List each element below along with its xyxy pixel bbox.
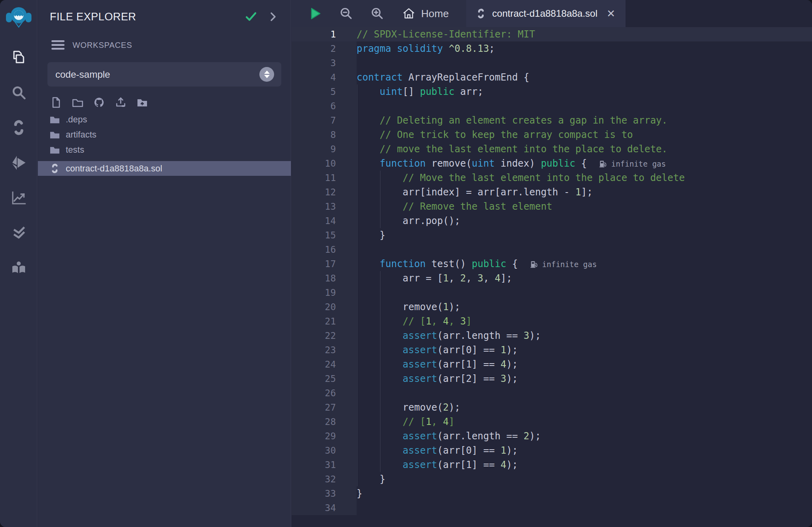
upload-file-button[interactable] <box>114 95 128 110</box>
code-text[interactable]: // Remove the last element <box>357 199 812 214</box>
github-button[interactable] <box>92 95 106 110</box>
run-script-button[interactable] <box>307 5 324 22</box>
code-text[interactable]: // [1, 4, 3] <box>357 314 812 328</box>
upload-folder-button[interactable] <box>135 95 149 110</box>
code-line[interactable]: 16 <box>292 242 812 257</box>
code-line[interactable]: 29 assert(arr.length == 2); <box>292 429 812 443</box>
code-line[interactable]: 19 <box>292 285 812 300</box>
code-text[interactable]: // Move the last element into the place … <box>357 171 812 185</box>
tab-contract-file[interactable]: contract-d1a8818a8a.sol ✕ <box>466 0 626 27</box>
code-text[interactable] <box>357 386 812 400</box>
code-text[interactable]: assert(arr[2] == 3); <box>357 372 812 386</box>
code-line[interactable]: 27 remove(2); <box>292 400 812 415</box>
code-line[interactable]: 12 arr[index] = arr[arr.length - 1]; <box>292 185 812 199</box>
new-file-button[interactable] <box>49 95 63 110</box>
code-text[interactable]: } <box>357 228 812 242</box>
workspace-select[interactable]: code-sample <box>47 62 281 87</box>
code-line[interactable]: 23 assert(arr[0] == 1); <box>292 343 812 357</box>
workspace-select-caret[interactable] <box>259 67 274 82</box>
accept-check-button[interactable] <box>243 9 259 25</box>
code-text[interactable]: assert(arr[1] == 4); <box>357 458 812 472</box>
code-line[interactable]: 31 assert(arr[1] == 4); <box>292 458 812 472</box>
code-line[interactable]: 26 <box>292 386 812 400</box>
code-text[interactable] <box>357 56 812 70</box>
code-text[interactable]: uint[] public arr; <box>357 85 812 99</box>
code-line[interactable]: 9 // move the last element into the plac… <box>292 142 812 156</box>
code-text[interactable]: assert(arr[0] == 1); <box>357 343 812 357</box>
code-text[interactable]: assert(arr[0] == 1); <box>357 443 812 458</box>
sidebar-item-static-analysis[interactable] <box>0 215 37 250</box>
code-text[interactable]: arr = [1, 2, 3, 4]; <box>357 271 812 285</box>
code-text[interactable]: remove(2); <box>357 400 812 415</box>
sidebar-item-solidity-compiler[interactable] <box>0 110 37 145</box>
code-line[interactable]: 25 assert(arr[2] == 3); <box>292 372 812 386</box>
code-line[interactable]: 6 <box>292 99 812 113</box>
code-line[interactable]: 8 // One trick to keep the array compact… <box>292 128 812 142</box>
workspaces-menu-button[interactable] <box>50 38 66 52</box>
gas-estimate-badge: infinite gas <box>530 257 597 271</box>
code-line[interactable]: 33} <box>292 486 812 501</box>
code-text[interactable]: assert(arr.length == 3); <box>357 328 812 343</box>
tab-close-button[interactable]: ✕ <box>606 8 616 20</box>
code-text[interactable] <box>357 242 812 257</box>
code-text[interactable] <box>357 99 812 113</box>
folder-row-deps[interactable]: .deps <box>38 112 291 127</box>
folder-row-artifacts[interactable]: artifacts <box>38 127 291 142</box>
code-text[interactable]: contract ArrayReplaceFromEnd { <box>357 70 812 85</box>
file-explorer-panel: FILE EXPLORER WORKSPACES code-sample <box>38 0 291 527</box>
code-text[interactable]: assert(arr.length == 2); <box>357 429 812 443</box>
code-line[interactable]: 13 // Remove the last element <box>292 199 812 214</box>
code-text[interactable]: assert(arr[1] == 4); <box>357 357 812 372</box>
zoom-out-button[interactable] <box>338 5 355 22</box>
zoom-in-button[interactable] <box>369 5 386 22</box>
code-line[interactable]: 30 assert(arr[0] == 1); <box>292 443 812 458</box>
code-text[interactable]: arr.pop(); <box>357 214 812 228</box>
code-line[interactable]: 21 // [1, 4, 3] <box>292 314 812 328</box>
code-line[interactable]: 7 // Deleting an element creates a gap i… <box>292 113 812 128</box>
code-text[interactable] <box>357 501 812 515</box>
sidebar-item-search[interactable] <box>0 75 37 110</box>
remix-ide-window: FILE EXPLORER WORKSPACES code-sample <box>0 0 812 527</box>
expand-panel-button[interactable] <box>266 10 280 24</box>
tab-home[interactable]: Home <box>400 7 466 20</box>
code-line[interactable]: 10 function remove(uint index) public {i… <box>292 156 812 171</box>
code-text[interactable]: function remove(uint index) public {infi… <box>357 156 812 171</box>
code-line[interactable]: 24 assert(arr[1] == 4); <box>292 357 812 372</box>
code-line[interactable]: 15 } <box>292 228 812 242</box>
new-folder-button[interactable] <box>71 95 85 110</box>
code-line[interactable]: 14 arr.pop(); <box>292 214 812 228</box>
code-line[interactable]: 11 // Move the last element into the pla… <box>292 171 812 185</box>
code-text[interactable]: arr[index] = arr[arr.length - 1]; <box>357 185 812 199</box>
sidebar-item-file-explorer[interactable] <box>0 40 37 75</box>
code-line[interactable]: 1// SPDX-License-Identifier: MIT <box>292 27 812 41</box>
code-line[interactable]: 3 <box>292 56 812 70</box>
sidebar-item-statistics[interactable] <box>0 180 37 215</box>
remix-logo[interactable] <box>6 4 32 30</box>
code-text[interactable]: // [1, 4] <box>357 415 812 429</box>
code-line[interactable]: 2pragma solidity ^0.8.13; <box>292 41 812 56</box>
code-text[interactable]: // SPDX-License-Identifier: MIT <box>357 27 812 41</box>
code-text[interactable]: // Deleting an element creates a gap in … <box>357 113 812 128</box>
code-line[interactable]: 20 remove(1); <box>292 300 812 314</box>
code-line[interactable]: 4contract ArrayReplaceFromEnd { <box>292 70 812 85</box>
code-text[interactable]: // One trick to keep the array compact i… <box>357 128 812 142</box>
code-editor[interactable]: 1// SPDX-License-Identifier: MIT2pragma … <box>292 27 812 527</box>
sidebar-item-learn[interactable] <box>0 250 37 285</box>
code-text[interactable]: function test() public {infinite gas <box>357 257 812 271</box>
code-text[interactable]: } <box>357 472 812 486</box>
code-text[interactable]: // move the last element into the place … <box>357 142 812 156</box>
code-line[interactable]: 17 function test() public {infinite gas <box>292 257 812 271</box>
code-text[interactable] <box>357 285 812 300</box>
code-line[interactable]: 18 arr = [1, 2, 3, 4]; <box>292 271 812 285</box>
code-line[interactable]: 32 } <box>292 472 812 486</box>
code-line[interactable]: 34 <box>292 501 812 515</box>
folder-row-tests[interactable]: tests <box>38 142 291 157</box>
code-line[interactable]: 28 // [1, 4] <box>292 415 812 429</box>
code-text[interactable]: pragma solidity ^0.8.13; <box>357 41 812 56</box>
code-line[interactable]: 5 uint[] public arr; <box>292 85 812 99</box>
code-text[interactable]: remove(1); <box>357 300 812 314</box>
file-row-contract[interactable]: contract-d1a8818a8a.sol <box>38 161 291 176</box>
code-text[interactable]: } <box>357 486 812 501</box>
code-line[interactable]: 22 assert(arr.length == 3); <box>292 328 812 343</box>
sidebar-item-deploy-and-run[interactable] <box>0 145 37 180</box>
